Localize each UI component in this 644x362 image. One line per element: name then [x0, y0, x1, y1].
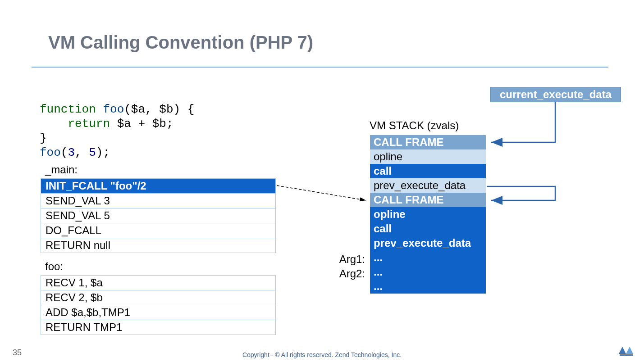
arg2-label: Arg2:: [338, 267, 365, 280]
execute-data-box: current_execute_data: [490, 87, 621, 102]
foo-opcode-table: RECV 1, $a RECV 2, $b ADD $a,$b,TMP1 RET…: [41, 275, 276, 335]
svg-rect-3: [620, 354, 633, 356]
code-text: [96, 103, 103, 116]
code-text: [110, 117, 117, 131]
stack-row: ...: [370, 279, 486, 294]
code-num: 3: [68, 146, 75, 159]
stack-row: opline: [370, 149, 486, 164]
code-num: 5: [89, 146, 96, 159]
code-punc: }: [40, 131, 47, 145]
svg-line-0: [277, 186, 366, 200]
opcode-row: INIT_FCALL "foo"/2: [41, 179, 276, 194]
stack-row: CALL FRAME: [370, 135, 486, 149]
code-var: $a: [117, 117, 131, 131]
vm-stack-title: VM STACK (zvals): [370, 119, 459, 132]
stack-row: ...: [370, 265, 486, 279]
code-var: $b: [152, 117, 166, 131]
svg-marker-1: [619, 347, 626, 354]
code-var: $a: [131, 103, 145, 116]
slide-title: VM Calling Convention (PHP 7): [48, 32, 313, 53]
code-kw: function: [40, 103, 96, 116]
code-punc: ;: [166, 117, 174, 131]
title-rule: [32, 67, 608, 68]
stack-row: ...: [370, 250, 486, 265]
code-punc: );: [96, 146, 110, 159]
opcode-row: SEND_VAL 3: [41, 194, 276, 208]
stack-row: prev_execute_data: [370, 178, 486, 193]
code-block: function foo($a, $b) { return $a + $b; }…: [40, 88, 194, 174]
stack-row: CALL FRAME: [370, 193, 486, 207]
opcode-row: RECV 2, $b: [41, 290, 276, 305]
code-fn: foo: [40, 146, 61, 159]
stack-row: opline: [370, 207, 486, 222]
slide: VM Calling Convention (PHP 7) function f…: [0, 0, 644, 362]
footer-copyright: Copyright - © All rights reserved. Zend …: [0, 351, 644, 358]
code-punc: +: [131, 117, 152, 131]
code-punc: (: [61, 146, 68, 159]
code-text: [40, 117, 68, 131]
opcode-row: SEND_VAL 5: [41, 208, 276, 223]
code-var: $b: [159, 103, 173, 116]
svg-marker-2: [626, 347, 633, 354]
main-opcode-table: INIT_FCALL "foo"/2 SEND_VAL 3 SEND_VAL 5…: [41, 178, 276, 253]
opcode-row: RECV 1, $a: [41, 276, 276, 290]
opcode-row: RETURN TMP1: [41, 320, 276, 335]
opcode-row: RETURN null: [41, 238, 276, 253]
code-punc: ,: [145, 103, 159, 116]
arg1-label: Arg1:: [338, 253, 365, 266]
opcode-row: DO_FCALL: [41, 223, 276, 238]
foo-table-label: foo:: [45, 260, 63, 273]
code-fn: foo: [103, 103, 124, 116]
opcode-row: ADD $a,$b,TMP1: [41, 305, 276, 320]
vm-stack: CALL FRAME opline call prev_execute_data…: [370, 135, 486, 294]
code-punc: ,: [75, 146, 89, 159]
stack-row: call: [370, 222, 486, 236]
main-table-label: _main:: [45, 163, 78, 176]
stack-row: prev_execute_data: [370, 236, 486, 250]
code-kw: return: [68, 117, 110, 131]
code-punc: ) {: [174, 103, 195, 116]
zend-logo-icon: [618, 345, 637, 358]
code-punc: (: [124, 103, 131, 116]
stack-row: call: [370, 164, 486, 178]
